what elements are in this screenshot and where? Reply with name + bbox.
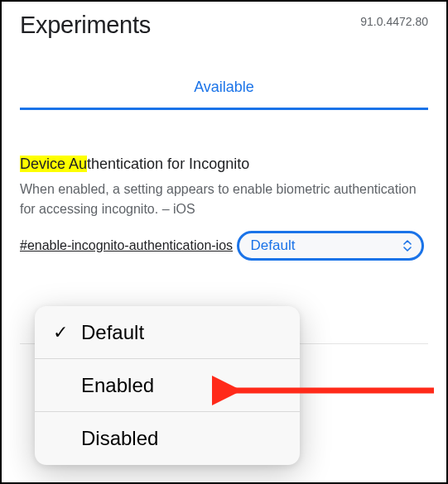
- version-label: 91.0.4472.80: [360, 15, 428, 28]
- flag-title-rest: thentication for Incognito: [87, 156, 249, 172]
- dropdown-menu: ✓ Default Enabled Disabled: [35, 306, 300, 465]
- dropdown-item-enabled[interactable]: Enabled: [35, 359, 300, 412]
- tab-available[interactable]: Available: [20, 79, 428, 110]
- dropdown-item-label: Disabled: [81, 427, 158, 450]
- flag-description: When enabled, a setting appears to enabl…: [20, 180, 428, 218]
- dropdown-item-label: Default: [81, 321, 144, 344]
- flag-title-highlight: Device Au: [20, 156, 87, 172]
- flag-select-value: Default: [251, 237, 296, 254]
- flag-title: Device Authentication for Incognito: [20, 155, 428, 174]
- flag-select[interactable]: Default: [237, 231, 424, 261]
- page-title: Experiments: [20, 12, 151, 39]
- header: Experiments 91.0.4472.80: [2, 2, 446, 39]
- dropdown-item-label: Enabled: [81, 374, 154, 397]
- check-icon: ✓: [53, 322, 78, 343]
- tabs-bar: Available: [2, 79, 446, 110]
- dropdown-item-disabled[interactable]: Disabled: [35, 412, 300, 465]
- flag-content: Device Authentication for Incognito When…: [2, 110, 446, 261]
- chevron-updown-icon: [402, 238, 413, 253]
- dropdown-item-default[interactable]: ✓ Default: [35, 306, 300, 359]
- flag-hash-link[interactable]: #enable-incognito-authentication-ios: [20, 238, 233, 253]
